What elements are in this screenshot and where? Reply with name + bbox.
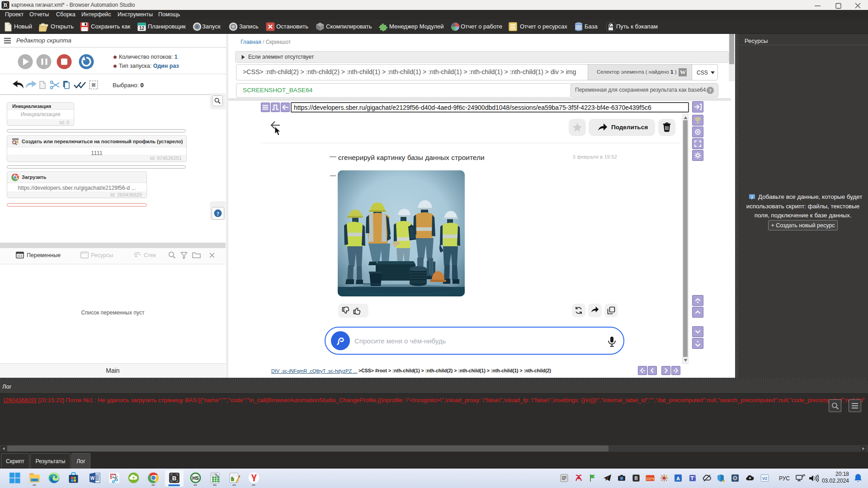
svg-text:?: ? [217,211,219,217]
svg-text:W: W [90,476,95,481]
svg-text:12: 12 [139,26,145,31]
svg-text:B: B [4,2,7,8]
svg-text:i: i [751,195,753,199]
svg-text:?: ? [709,88,712,93]
svg-text:HS: HS [192,475,199,481]
svg-text:A: A [676,476,680,481]
svg-text:ССЧ: ССЧ [646,477,654,481]
svg-text:V2: V2 [762,476,767,481]
svg-text:B: B [172,475,176,482]
svg-text:B: B [634,476,637,481]
